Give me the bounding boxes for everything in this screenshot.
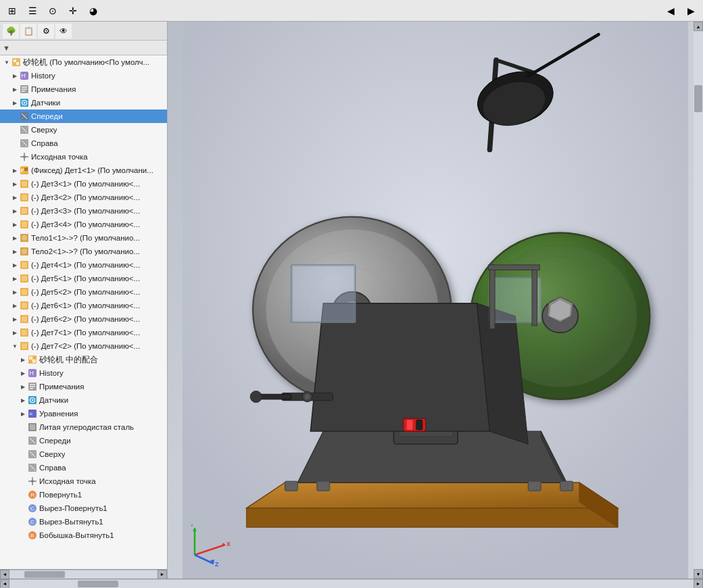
svg-rect-48 bbox=[22, 316, 27, 322]
tree-arrow-history1 bbox=[11, 72, 19, 80]
left-scroll-right-btn[interactable]: ► bbox=[157, 570, 167, 579]
toolbar-btn-pie[interactable]: ◕ bbox=[84, 2, 103, 20]
material-icon-material bbox=[27, 422, 38, 433]
tree-item-equations[interactable]: =Уравнения bbox=[0, 407, 167, 420]
tree-item-notes2[interactable]: Примечания bbox=[0, 380, 167, 393]
tree-item-det7_2[interactable]: (-) Дет7<2> (По умолчанию<... bbox=[0, 339, 167, 353]
tree-item-part_fixed[interactable]: F(Фиксед) Дет1<1> (По умолчани... bbox=[0, 164, 167, 177]
tree-item-right1[interactable]: Справа bbox=[0, 137, 167, 150]
feature-tree: 砂轮机 (По умолчанию<По умолч... HHistoryПр… bbox=[0, 55, 167, 569]
panel-icon-properties[interactable]: 📋 bbox=[20, 24, 37, 39]
tree-item-telo1[interactable]: Тело1<1>->? (По умолчанио... bbox=[0, 231, 167, 245]
tree-item-front1[interactable]: Спереди bbox=[0, 109, 167, 123]
tree-item-sensors1[interactable]: Датчики bbox=[0, 96, 167, 109]
tree-label-det6_2: (-) Дет6<2> (По умолчанию<... bbox=[31, 315, 140, 323]
svg-point-38 bbox=[22, 249, 27, 254]
tree-item-det5_2[interactable]: (-) Дет5<2> (По умолчанию<... bbox=[0, 285, 167, 299]
tree-item-history1[interactable]: HHistory bbox=[0, 69, 167, 82]
tree-item-sensors2[interactable]: Датчики bbox=[0, 393, 167, 407]
panel-icons-bar: 🌳 📋 ⚙ 👁 bbox=[0, 22, 167, 41]
tree-arrow-det3_1 bbox=[11, 180, 19, 188]
tree-item-bobushka1[interactable]: BБобышка-Вытянуть1 bbox=[0, 529, 167, 542]
tree-arrow-part_fixed bbox=[11, 166, 19, 174]
tree-item-det3_3[interactable]: (-) Дет3<3> (По умолчанию<... bbox=[0, 204, 167, 218]
svg-rect-28 bbox=[22, 181, 27, 187]
tree-item-det6_1[interactable]: (-) Дет6<1> (По умолчанию<... bbox=[0, 299, 167, 312]
toolbar-btn-nav-left[interactable]: ◀ bbox=[661, 2, 680, 20]
tree-item-det6_2[interactable]: (-) Дет6<2> (По умолчанию<... bbox=[0, 312, 167, 326]
svg-rect-1 bbox=[14, 59, 16, 62]
cut-icon-virez_pov1: C bbox=[27, 503, 38, 514]
tree-item-telo2[interactable]: Тело2<1>->? (По умолчанио... bbox=[0, 245, 167, 258]
left-panel-scrollbar-h: ◄ ► bbox=[0, 569, 167, 579]
tree-item-material[interactable]: Литая углеродистая сталь bbox=[0, 420, 167, 434]
tree-item-det7_1[interactable]: (-) Дет7<1> (По умолчанию<... bbox=[0, 326, 167, 339]
toolbar-btn-list[interactable]: ☰ bbox=[23, 2, 42, 20]
tree-arrow-det7_1 bbox=[11, 328, 19, 337]
assembly-icon-subassy bbox=[27, 354, 38, 365]
tree-arrow-material bbox=[19, 423, 27, 431]
tree-item-det3_4[interactable]: (-) Дет3<4> (По умолчанию<... bbox=[0, 218, 167, 231]
toolbar-btn-grid[interactable]: ⊞ bbox=[3, 2, 22, 20]
svg-point-36 bbox=[22, 235, 27, 241]
panel-icon-feature-tree[interactable]: 🌳 bbox=[3, 24, 19, 39]
view-icon-top1 bbox=[19, 124, 30, 135]
svg-rect-133 bbox=[560, 481, 573, 491]
tree-label-det5_2: (-) Дет5<2> (По умолчанию<... bbox=[31, 288, 140, 296]
tree-label-part_fixed: (Фиксед) Дет1<1> (По умолчани... bbox=[31, 166, 153, 174]
svg-text:B: B bbox=[30, 533, 34, 539]
tree-arrow-virez_pov1 bbox=[19, 504, 27, 512]
toolbar-btn-circle[interactable]: ⊙ bbox=[43, 2, 62, 20]
svg-rect-124 bbox=[532, 268, 537, 326]
tree-item-front2[interactable]: Спереди bbox=[0, 434, 167, 447]
tree-item-top2[interactable]: Сверху bbox=[0, 447, 167, 461]
panel-icon-display[interactable]: 👁 bbox=[55, 24, 72, 39]
hscroll-left-btn[interactable]: ◄ bbox=[0, 579, 9, 589]
tree-item-subassy[interactable]: 砂轮机 中的配合 bbox=[0, 353, 167, 366]
tree-arrow-right1 bbox=[11, 139, 19, 147]
vscroll-track[interactable] bbox=[694, 31, 703, 569]
left-scroll-thumb-h bbox=[24, 571, 65, 578]
tree-arrow-det4_1 bbox=[11, 261, 19, 269]
vscroll-down-btn[interactable]: ▼ bbox=[694, 569, 703, 579]
svg-rect-30 bbox=[22, 195, 27, 200]
svg-line-142 bbox=[195, 545, 225, 555]
tree-arrow-det5_2 bbox=[11, 288, 19, 296]
toolbar-btn-plus[interactable]: ✛ bbox=[64, 2, 82, 20]
tree-item-povornut1[interactable]: RПовернуть1 bbox=[0, 488, 167, 501]
notes-icon-notes2 bbox=[27, 381, 38, 392]
viewport-scrollbar-h: ◄ ► bbox=[0, 579, 703, 588]
svg-text:Y: Y bbox=[190, 524, 194, 528]
tree-item-det4_1[interactable]: (-) Дет4<1> (По умолчанию<... bbox=[0, 258, 167, 272]
hscroll-right-btn[interactable]: ► bbox=[694, 579, 703, 589]
part-icon-det5_2 bbox=[19, 287, 30, 297]
svg-text:C: C bbox=[30, 519, 34, 525]
tree-arrow-telo1 bbox=[11, 234, 19, 242]
tree-label-equations: Уравнения bbox=[39, 410, 78, 418]
toolbar-btn-nav-right[interactable]: ▶ bbox=[681, 2, 700, 20]
tree-item-top1[interactable]: Сверху bbox=[0, 123, 167, 137]
body-icon-telo2 bbox=[19, 246, 30, 257]
tree-item-det3_2[interactable]: (-) Дет3<2> (По умолчанию<... bbox=[0, 191, 167, 204]
hscroll-track[interactable] bbox=[9, 580, 694, 588]
tree-item-det5_1[interactable]: (-) Дет5<1> (По умолчанию<... bbox=[0, 272, 167, 285]
tree-item-right2[interactable]: Справа bbox=[0, 461, 167, 474]
viewport[interactable]: X Y Z ▲ ▼ bbox=[168, 22, 703, 579]
tree-item-det3_1[interactable]: (-) Дет3<1> (По умолчанию<... bbox=[0, 177, 167, 191]
left-scroll-track-h[interactable] bbox=[9, 570, 157, 579]
tree-item-origin2[interactable]: Исходная точка bbox=[0, 474, 167, 488]
tree-item-virez_pov1[interactable]: CВырез-Повернуть1 bbox=[0, 501, 167, 515]
tree-arrow-det7_2 bbox=[11, 342, 19, 350]
tree-label-det7_1: (-) Дет7<1> (По умолчанию<... bbox=[31, 328, 140, 337]
tree-item-notes1[interactable]: Примечания bbox=[0, 82, 167, 96]
tree-arrow-notes1 bbox=[11, 85, 19, 93]
left-scroll-left-btn[interactable]: ◄ bbox=[0, 570, 9, 579]
panel-icon-config[interactable]: ⚙ bbox=[38, 24, 54, 39]
tree-item-virez_vit1[interactable]: CВырез-Вытянуть1 bbox=[0, 515, 167, 529]
svg-rect-132 bbox=[285, 481, 297, 491]
tree-root[interactable]: 砂轮机 (По умолчанию<По умолч... bbox=[0, 55, 167, 69]
tree-item-history2[interactable]: HHistory bbox=[0, 366, 167, 380]
tree-label-notes2: Примечания bbox=[39, 383, 84, 391]
vscroll-up-btn[interactable]: ▲ bbox=[694, 22, 703, 31]
tree-item-origin1[interactable]: Исходная точка bbox=[0, 150, 167, 164]
